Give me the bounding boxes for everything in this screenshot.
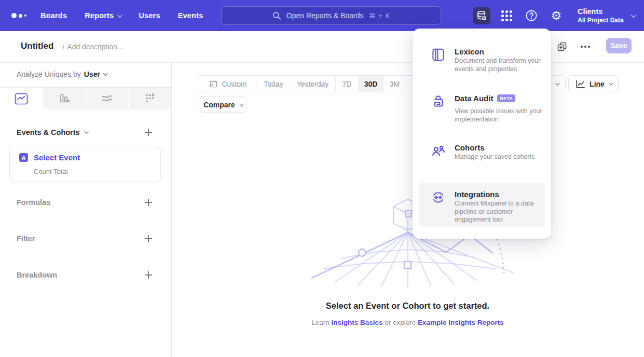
nav-item-label: Events [178, 11, 203, 20]
duplicate-icon [557, 42, 567, 52]
book-icon [431, 48, 445, 62]
report-title[interactable]: Untitled [21, 41, 53, 51]
mixpanel-logo-icon[interactable] [11, 0, 26, 31]
chevron-down-icon [631, 12, 636, 18]
menu-item-title: Cohorts [455, 143, 485, 152]
add-event-button[interactable] [145, 129, 152, 136]
menu-item-description: Connect Mixpanel to a data pipeline or c… [455, 200, 544, 224]
tab-bar-chart[interactable] [43, 88, 86, 109]
event-card[interactable]: A Select Event Count Total [9, 147, 161, 182]
events-cohorts-label: Events & Cohorts [17, 128, 80, 136]
learn-prefix: Learn [311, 319, 331, 326]
range-3m[interactable]: 3M [383, 76, 406, 92]
menu-item-description: View possible issues with your implement… [455, 107, 553, 123]
date-range-control: Custom Today Yesterday 7D 30D 3M 6M [199, 75, 430, 92]
calendar-icon [209, 79, 218, 88]
tab-metric[interactable] [129, 88, 172, 109]
data-management-button[interactable] [473, 7, 490, 24]
chart-type-tabs [0, 88, 171, 109]
compare-label: Compare [203, 101, 235, 109]
org-name: Clients [578, 7, 624, 16]
chevron-down-icon [609, 81, 613, 85]
analyze-value-dropdown[interactable]: User [84, 70, 106, 78]
tab-line-chart[interactable] [0, 88, 43, 109]
audit-lock-icon [431, 94, 445, 108]
add-breakdown-button[interactable] [145, 271, 152, 279]
empty-state-links: Learn Insights Basics or explore Example… [171, 319, 644, 326]
range-label: 7D [342, 80, 352, 88]
range-7d[interactable]: 7D [336, 76, 359, 92]
range-30d[interactable]: 30D [359, 76, 383, 92]
select-event-label[interactable]: Select Event [34, 153, 80, 162]
data-management-menu: Lexicon Document and transform your even… [413, 29, 551, 239]
analyze-value: User [84, 70, 100, 78]
header-divider [598, 39, 598, 54]
search-shortcut: ⌘ + K [368, 12, 390, 20]
chart-type-label: Line [590, 80, 605, 88]
mixpanel-insights-app: Boards Reports Users Events Open Reports… [0, 0, 644, 357]
line-chart-icon [15, 93, 28, 105]
event-letter-badge: A [19, 153, 28, 162]
database-gear-icon [475, 9, 488, 22]
tab-flow-chart[interactable] [86, 88, 129, 109]
breakdown-section-label: Breakdown [17, 271, 57, 279]
nav-item-label: Reports [85, 11, 114, 20]
nav-item-label: Boards [40, 11, 67, 20]
beta-badge: BETA [497, 94, 515, 102]
bar-chart-icon [58, 92, 70, 105]
chevron-down-icon [103, 71, 107, 75]
flow-chart-icon [101, 92, 113, 105]
menu-item-description: Manage your saved cohorts [455, 153, 558, 161]
example-reports-link[interactable]: Example Insights Reports [418, 319, 504, 326]
range-yesterday[interactable]: Yesterday [290, 76, 336, 92]
apps-grid-icon [501, 10, 512, 21]
nav-item-reports[interactable]: Reports [85, 11, 121, 20]
help-circle-icon [525, 9, 538, 22]
duplicate-button[interactable] [555, 40, 569, 53]
project-selector[interactable]: Clients All Project Data [578, 0, 635, 31]
menu-item-description: Document and transform your events and p… [455, 57, 547, 73]
range-today[interactable]: Today [257, 76, 290, 92]
ellipsis-icon [581, 46, 583, 48]
count-total-label[interactable]: Count Total [34, 168, 68, 175]
report-description-placeholder[interactable]: + Add description... [61, 43, 123, 51]
add-formula-button[interactable] [145, 199, 152, 206]
global-search[interactable]: Open Reports & Boards ⌘ + K [221, 6, 441, 25]
empty-state: Select an Event or Cohort to get started… [171, 301, 644, 326]
project-name: All Project Data [578, 17, 624, 24]
chevron-down-icon [239, 102, 243, 106]
settings-button[interactable]: ⚙ [547, 7, 565, 24]
users-icon [431, 144, 445, 158]
empty-state-title: Select an Event or Cohort to get started… [171, 301, 644, 311]
formulas-section-label: Formulas [17, 198, 50, 207]
analyze-row: Analyze Uniques by User [17, 70, 106, 78]
more-options-button[interactable] [579, 40, 592, 53]
gear-icon: ⚙ [551, 10, 562, 22]
compare-button[interactable]: Compare [199, 97, 247, 113]
nav-item-boards[interactable]: Boards [40, 11, 67, 20]
nav-item-events[interactable]: Events [178, 11, 203, 20]
search-placeholder: Open Reports & Boards [286, 11, 364, 20]
help-button[interactable] [523, 7, 540, 24]
range-custom[interactable]: Custom [199, 76, 257, 92]
chart-type-dropdown[interactable]: Line [568, 75, 619, 92]
add-filter-button[interactable] [145, 235, 152, 242]
chevron-down-icon [84, 129, 88, 133]
line-chart-icon [575, 79, 585, 89]
save-button[interactable]: Save [606, 38, 632, 53]
query-builder-panel: Analyze Uniques by User [0, 63, 171, 357]
chevron-down-icon [555, 81, 559, 85]
apps-button[interactable] [498, 7, 515, 24]
range-label: 30D [364, 80, 378, 88]
range-label: Yesterday [297, 80, 329, 88]
nav-item-users[interactable]: Users [139, 11, 160, 20]
chevron-down-icon [117, 12, 122, 18]
events-cohorts-header[interactable]: Events & Cohorts [17, 128, 87, 136]
metric-dots-icon [144, 92, 156, 105]
insights-basics-link[interactable]: Insights Basics [331, 319, 382, 326]
range-label: Today [264, 80, 283, 88]
search-icon [272, 11, 281, 20]
menu-item-title: Lexicon [455, 47, 484, 56]
nav-item-label: Users [139, 11, 160, 20]
menu-item-title: Data Audit [455, 94, 493, 103]
